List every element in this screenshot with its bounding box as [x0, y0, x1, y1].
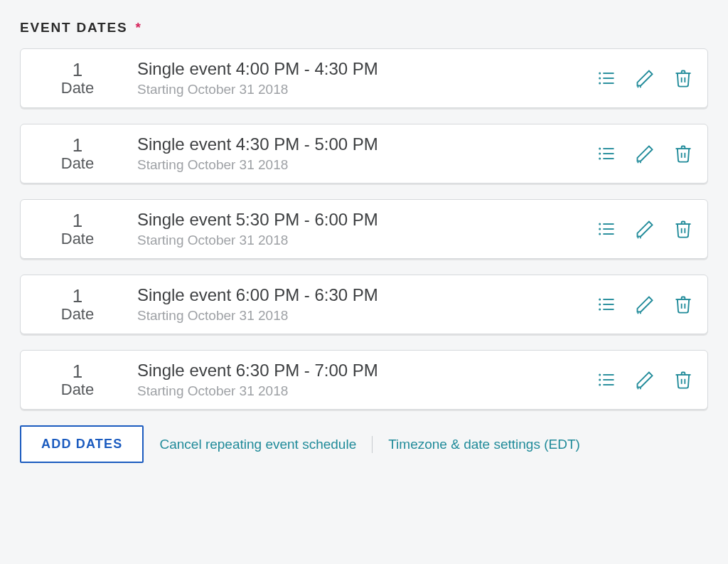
event-title: Single event 4:30 PM - 5:00 PM — [137, 134, 596, 154]
svg-point-31 — [599, 304, 600, 304]
cancel-repeating-link[interactable]: Cancel repeating event schedule — [159, 437, 356, 452]
event-info: Single event 4:00 PM - 4:30 PM Starting … — [127, 59, 596, 97]
svg-point-23 — [599, 233, 600, 234]
trash-icon[interactable] — [673, 68, 693, 88]
trash-icon[interactable] — [673, 370, 693, 390]
date-count: 1 Date — [28, 135, 127, 173]
trash-icon[interactable] — [673, 219, 693, 239]
date-count-label: Date — [28, 155, 127, 172]
event-subtitle: Starting October 31 2018 — [137, 157, 596, 173]
date-count-label: Date — [28, 80, 127, 97]
edit-icon[interactable] — [635, 68, 655, 88]
svg-point-4 — [599, 78, 600, 78]
svg-point-5 — [599, 83, 600, 83]
bottom-bar: ADD DATES Cancel repeating event schedul… — [20, 425, 708, 463]
divider — [372, 436, 373, 453]
date-count: 1 Date — [28, 211, 127, 248]
date-count: 1 Date — [28, 286, 127, 324]
edit-icon[interactable] — [635, 370, 655, 390]
event-title: Single event 6:30 PM - 7:00 PM — [137, 361, 596, 381]
svg-point-14 — [599, 158, 600, 159]
event-actions — [596, 144, 693, 164]
date-count-number: 1 — [28, 60, 127, 80]
event-actions — [596, 294, 693, 314]
list-icon[interactable] — [596, 219, 616, 239]
add-dates-button[interactable]: ADD DATES — [20, 425, 144, 463]
section-title: EVENT DATES * — [20, 20, 708, 36]
event-subtitle: Starting October 31 2018 — [137, 308, 596, 324]
svg-point-22 — [599, 228, 600, 229]
event-card: 1 Date Single event 4:30 PM - 5:00 PM St… — [20, 124, 708, 183]
date-count-number: 1 — [28, 361, 127, 382]
list-icon[interactable] — [596, 370, 616, 390]
event-actions — [596, 68, 693, 88]
date-count: 1 Date — [28, 60, 127, 97]
event-subtitle: Starting October 31 2018 — [137, 383, 596, 399]
event-title: Single event 5:30 PM - 6:00 PM — [137, 210, 596, 230]
edit-icon[interactable] — [635, 144, 655, 164]
date-count-label: Date — [28, 381, 127, 398]
date-count-number: 1 — [28, 211, 127, 231]
event-card: 1 Date Single event 6:00 PM - 6:30 PM St… — [20, 275, 708, 334]
event-actions — [596, 219, 693, 239]
list-icon[interactable] — [596, 294, 616, 314]
required-asterisk: * — [136, 20, 142, 35]
date-count-label: Date — [28, 306, 127, 323]
trash-icon[interactable] — [673, 294, 693, 314]
svg-point-40 — [599, 379, 600, 380]
event-subtitle: Starting October 31 2018 — [137, 233, 596, 248]
list-icon[interactable] — [596, 144, 616, 164]
event-title: Single event 6:00 PM - 6:30 PM — [137, 285, 596, 305]
event-title: Single event 4:00 PM - 4:30 PM — [137, 59, 596, 79]
svg-point-13 — [599, 153, 600, 154]
date-count: 1 Date — [28, 361, 127, 399]
date-count-number: 1 — [28, 286, 127, 307]
event-card: 1 Date Single event 4:00 PM - 4:30 PM St… — [20, 48, 708, 108]
svg-point-30 — [599, 299, 600, 299]
section-title-text: EVENT DATES — [20, 20, 127, 35]
edit-icon[interactable] — [635, 219, 655, 239]
svg-point-21 — [599, 223, 600, 224]
event-actions — [596, 370, 693, 390]
date-count-label: Date — [28, 230, 127, 248]
svg-point-3 — [599, 73, 600, 73]
trash-icon[interactable] — [673, 144, 693, 164]
event-subtitle: Starting October 31 2018 — [137, 82, 596, 97]
svg-point-39 — [599, 374, 600, 375]
svg-point-32 — [599, 309, 600, 309]
event-info: Single event 4:30 PM - 5:00 PM Starting … — [127, 134, 596, 173]
event-info: Single event 6:00 PM - 6:30 PM Starting … — [127, 285, 596, 324]
event-card: 1 Date Single event 5:30 PM - 6:00 PM St… — [20, 199, 708, 259]
event-info: Single event 5:30 PM - 6:00 PM Starting … — [127, 210, 596, 248]
svg-point-41 — [599, 384, 600, 385]
event-card: 1 Date Single event 6:30 PM - 7:00 PM St… — [20, 350, 708, 410]
date-count-number: 1 — [28, 135, 127, 156]
svg-point-12 — [599, 148, 600, 149]
events-list: 1 Date Single event 4:00 PM - 4:30 PM St… — [20, 48, 708, 410]
list-icon[interactable] — [596, 68, 616, 88]
timezone-settings-link[interactable]: Timezone & date settings (EDT) — [388, 437, 580, 452]
event-info: Single event 6:30 PM - 7:00 PM Starting … — [127, 361, 596, 399]
edit-icon[interactable] — [635, 294, 655, 314]
